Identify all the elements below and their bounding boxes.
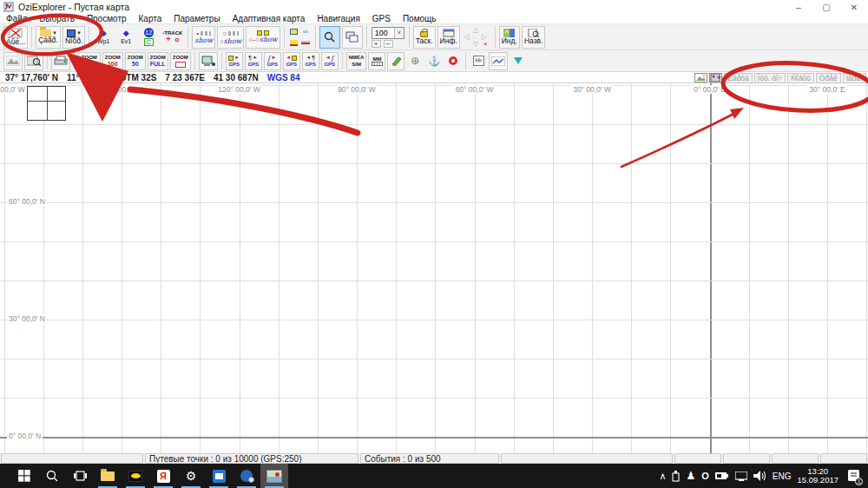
send-events-to-gps-button[interactable]: ¶► GPS [245,52,262,70]
waypoint-button[interactable]: ◆ Wp1 [93,26,114,49]
link-icon[interactable]: ∞ [300,26,311,36]
start-button[interactable] [10,464,38,488]
data-tab-1[interactable]: Ïóò. òî÷ [754,73,786,83]
filter-button[interactable] [510,52,527,70]
data-tab-3[interactable]: Òðåê [816,73,841,83]
show-track-button[interactable]: • show [192,26,215,49]
scale-bar-icon[interactable] [300,37,311,48]
pan-close-icon[interactable]: ✕ [483,41,488,48]
map-pan-pad[interactable]: △ ◁ ▷ ○ ▽ ✕ [464,27,490,48]
send-waypoints-to-gps-button[interactable]: ► GPS [226,52,243,70]
close-button[interactable]: ✕ [840,0,868,14]
tray-chevron-icon[interactable]: ∧ [659,471,666,482]
file-explorer-button[interactable] [94,464,122,488]
pan-right-icon[interactable]: ▷ [482,34,487,41]
load-button[interactable]: ▾ Çàãð. [36,26,61,49]
index-map-button[interactable]: Инд. [499,26,520,49]
zoom-button-auto[interactable]: ZOOMAUTO [78,52,101,70]
print-map-button[interactable] [51,52,70,70]
anchor-button[interactable]: ⚓ [425,52,443,70]
map-canvas[interactable]: 180° 00,0' W150° 00,0' W120° 00,0' W90° … [0,83,868,453]
map-overview-box[interactable] [27,86,66,121]
taskbar-clock[interactable]: 13:20 15.09.2017 [797,467,838,485]
show-track2-button[interactable]: ○ ○show [217,26,244,49]
mail-app-button[interactable] [205,464,233,488]
zoom-out-button[interactable]: − [384,40,393,48]
mob-button[interactable] [444,52,462,70]
overlap-windows-icon[interactable] [289,26,299,36]
gps-config-button[interactable] [199,52,218,70]
action-center-button[interactable]: 1 [848,470,859,483]
measure-button[interactable]: MM [368,52,385,70]
track-control-button[interactable]: •TRACK +o [161,26,184,49]
zoom-button-50[interactable]: ZOOM50 [125,52,146,70]
dropdown-icon[interactable]: ▾ [77,30,81,36]
nmea-log-button[interactable] [387,52,404,70]
magnifier-button[interactable] [319,26,340,49]
nmea-simulator-button[interactable]: NMEA SIM [346,52,367,70]
profile-chart-button[interactable] [489,52,508,70]
battery-icon[interactable] [715,472,729,480]
minimize-button[interactable]: – [785,0,812,14]
save-button[interactable]: ▾ Ñîõð. [62,26,85,49]
data-tabs-group: ÊàðòàÏóò. òî÷ÑîáûòÒðåêÌàðø. [724,73,866,83]
usb-device-icon[interactable] [672,470,680,482]
h2-button[interactable]: H² [470,52,487,70]
track-circle-icon[interactable]: o [174,36,179,43]
track-lock-button[interactable]: Таск. [413,26,436,49]
menu-item-1[interactable]: Выбрать [34,14,81,23]
menu-item-8[interactable]: Помощь [397,14,443,23]
menu-item-3[interactable]: Карта [133,14,168,23]
save-position-button[interactable] [709,73,722,82]
zoom-percent-select[interactable]: 100 ˅ [372,27,404,39]
exit-button[interactable]: Âûé... [3,26,28,49]
zoom-button-full[interactable]: ZOOMFULL [148,52,168,70]
track-plus-icon[interactable]: + [166,36,170,43]
zoom-button-window[interactable]: ZOOM [170,52,191,70]
get-waypoints-from-gps-button[interactable]: ◄ GPS [283,52,300,70]
pan-down-icon[interactable]: ▽ [473,41,478,48]
menu-item-2[interactable]: Просмотр [81,14,133,23]
find-map-button[interactable] [24,52,43,70]
show-route-button[interactable]: ○–○show [246,26,279,49]
pan-left-icon[interactable]: ◁ [464,34,470,41]
waypoint-number-button[interactable]: 12 C [138,26,159,49]
event-diamond-icon: ◆ [123,30,129,37]
event-button[interactable]: ◆ Ev1 [115,26,136,49]
tray-app-icon[interactable]: ♟ [686,470,695,482]
data-tab-2[interactable]: Ñîáûò [787,73,814,83]
send-routes-to-gps-button[interactable]: ʃ► GPS [264,52,281,70]
get-routes-from-gps-button[interactable]: ◄ʃ GPS [321,52,339,70]
data-tab-0[interactable]: Êàðòà [724,73,753,83]
pan-up-icon[interactable]: △ [473,27,478,34]
speaker-icon[interactable] [753,471,766,481]
menu-item-5[interactable]: Адаптивная карта [227,14,312,23]
combo-dropdown-icon[interactable]: ˅ [394,28,404,38]
data-tab-4[interactable]: Ìàðø. [843,73,866,83]
menu-item-6[interactable]: Навигация [311,14,365,23]
name-search-icon[interactable] [289,37,299,48]
internet-time-app-button[interactable] [233,464,260,488]
language-indicator[interactable]: ENG [773,472,792,481]
get-events-from-gps-button[interactable]: ◄¶ GPS [302,52,319,70]
network-display-icon[interactable] [735,472,747,481]
menu-item-4[interactable]: Параметры [168,14,226,23]
map-view-button[interactable] [342,26,363,49]
menu-item-0[interactable]: Файл [0,14,34,23]
opera-icon[interactable]: O [701,471,709,481]
name-search-button[interactable]: Назв. [522,26,546,49]
menu-item-7[interactable]: GPS [366,14,397,23]
elevation-button[interactable] [3,52,23,70]
maximize-button[interactable]: ▢ [812,0,840,14]
info-button[interactable]: Инф. [437,26,460,49]
position-crosshair-button[interactable]: ⊕ [406,52,424,70]
taskbar-search-button[interactable] [38,464,66,488]
yandex-browser-button[interactable]: Я [149,464,177,488]
zoom-button-100[interactable]: ZOOM100 [102,52,123,70]
zoom-in-button[interactable]: + [372,40,381,48]
oziexplorer-taskbar-button[interactable] [260,464,288,488]
settings-button[interactable]: ⚙ [177,464,205,488]
image-button[interactable] [694,73,707,82]
batman-app-button[interactable] [122,464,149,488]
task-view-button[interactable] [66,464,94,488]
